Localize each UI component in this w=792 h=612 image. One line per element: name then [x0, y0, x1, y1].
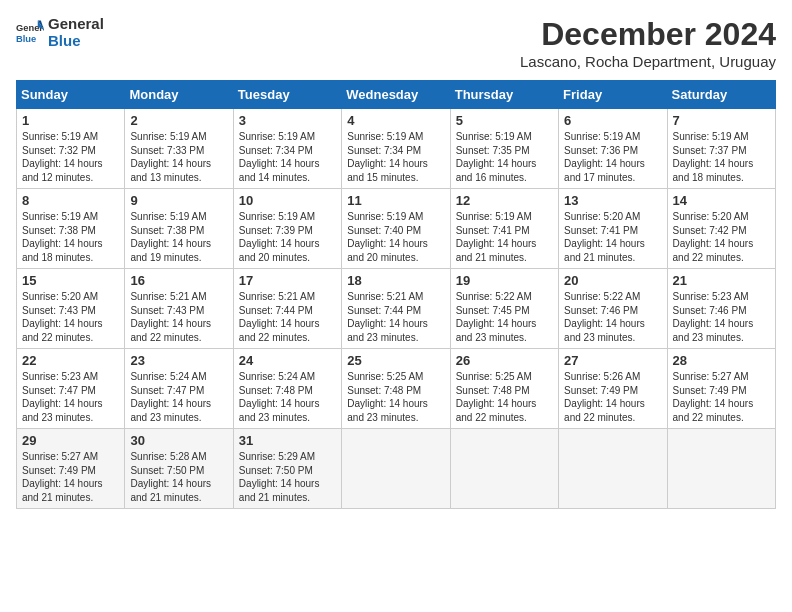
day-info: Sunrise: 5:28 AM Sunset: 7:50 PM Dayligh…: [130, 450, 227, 504]
calendar-cell: 25 Sunrise: 5:25 AM Sunset: 7:48 PM Dayl…: [342, 349, 450, 429]
day-info: Sunrise: 5:20 AM Sunset: 7:43 PM Dayligh…: [22, 290, 119, 344]
day-info: Sunrise: 5:20 AM Sunset: 7:42 PM Dayligh…: [673, 210, 770, 264]
day-number: 28: [673, 353, 770, 368]
day-info: Sunrise: 5:19 AM Sunset: 7:38 PM Dayligh…: [22, 210, 119, 264]
calendar-cell: [559, 429, 667, 509]
calendar-cell: 18 Sunrise: 5:21 AM Sunset: 7:44 PM Dayl…: [342, 269, 450, 349]
day-info: Sunrise: 5:19 AM Sunset: 7:41 PM Dayligh…: [456, 210, 553, 264]
calendar-cell: 29 Sunrise: 5:27 AM Sunset: 7:49 PM Dayl…: [17, 429, 125, 509]
calendar-header-row: SundayMondayTuesdayWednesdayThursdayFrid…: [17, 81, 776, 109]
day-number: 10: [239, 193, 336, 208]
day-number: 1: [22, 113, 119, 128]
day-number: 15: [22, 273, 119, 288]
calendar-week-row: 15 Sunrise: 5:20 AM Sunset: 7:43 PM Dayl…: [17, 269, 776, 349]
calendar-cell: 8 Sunrise: 5:19 AM Sunset: 7:38 PM Dayli…: [17, 189, 125, 269]
day-number: 2: [130, 113, 227, 128]
calendar-cell: 20 Sunrise: 5:22 AM Sunset: 7:46 PM Dayl…: [559, 269, 667, 349]
weekday-header: Wednesday: [342, 81, 450, 109]
calendar-cell: 22 Sunrise: 5:23 AM Sunset: 7:47 PM Dayl…: [17, 349, 125, 429]
calendar-cell: 16 Sunrise: 5:21 AM Sunset: 7:43 PM Dayl…: [125, 269, 233, 349]
day-number: 21: [673, 273, 770, 288]
day-info: Sunrise: 5:19 AM Sunset: 7:38 PM Dayligh…: [130, 210, 227, 264]
day-number: 29: [22, 433, 119, 448]
calendar-cell: 23 Sunrise: 5:24 AM Sunset: 7:47 PM Dayl…: [125, 349, 233, 429]
day-info: Sunrise: 5:20 AM Sunset: 7:41 PM Dayligh…: [564, 210, 661, 264]
calendar-cell: 6 Sunrise: 5:19 AM Sunset: 7:36 PM Dayli…: [559, 109, 667, 189]
calendar-cell: 11 Sunrise: 5:19 AM Sunset: 7:40 PM Dayl…: [342, 189, 450, 269]
day-number: 5: [456, 113, 553, 128]
calendar-cell: 28 Sunrise: 5:27 AM Sunset: 7:49 PM Dayl…: [667, 349, 775, 429]
weekday-header: Sunday: [17, 81, 125, 109]
day-number: 8: [22, 193, 119, 208]
day-number: 31: [239, 433, 336, 448]
logo-blue-text: Blue: [48, 33, 104, 50]
day-info: Sunrise: 5:23 AM Sunset: 7:46 PM Dayligh…: [673, 290, 770, 344]
day-number: 6: [564, 113, 661, 128]
day-number: 17: [239, 273, 336, 288]
day-info: Sunrise: 5:25 AM Sunset: 7:48 PM Dayligh…: [347, 370, 444, 424]
day-number: 11: [347, 193, 444, 208]
day-number: 9: [130, 193, 227, 208]
day-info: Sunrise: 5:19 AM Sunset: 7:34 PM Dayligh…: [347, 130, 444, 184]
day-number: 3: [239, 113, 336, 128]
calendar-cell: [450, 429, 558, 509]
calendar-cell: 5 Sunrise: 5:19 AM Sunset: 7:35 PM Dayli…: [450, 109, 558, 189]
location-title: Lascano, Rocha Department, Uruguay: [520, 53, 776, 70]
day-info: Sunrise: 5:21 AM Sunset: 7:44 PM Dayligh…: [239, 290, 336, 344]
calendar-week-row: 29 Sunrise: 5:27 AM Sunset: 7:49 PM Dayl…: [17, 429, 776, 509]
day-number: 4: [347, 113, 444, 128]
day-info: Sunrise: 5:24 AM Sunset: 7:48 PM Dayligh…: [239, 370, 336, 424]
title-area: December 2024 Lascano, Rocha Department,…: [520, 16, 776, 70]
weekday-header: Tuesday: [233, 81, 341, 109]
day-number: 18: [347, 273, 444, 288]
day-info: Sunrise: 5:29 AM Sunset: 7:50 PM Dayligh…: [239, 450, 336, 504]
weekday-header: Friday: [559, 81, 667, 109]
day-number: 25: [347, 353, 444, 368]
day-info: Sunrise: 5:21 AM Sunset: 7:44 PM Dayligh…: [347, 290, 444, 344]
logo: General Blue General Blue: [16, 16, 104, 49]
weekday-header: Saturday: [667, 81, 775, 109]
calendar-cell: 10 Sunrise: 5:19 AM Sunset: 7:39 PM Dayl…: [233, 189, 341, 269]
day-info: Sunrise: 5:22 AM Sunset: 7:45 PM Dayligh…: [456, 290, 553, 344]
calendar-week-row: 1 Sunrise: 5:19 AM Sunset: 7:32 PM Dayli…: [17, 109, 776, 189]
day-info: Sunrise: 5:23 AM Sunset: 7:47 PM Dayligh…: [22, 370, 119, 424]
weekday-header: Monday: [125, 81, 233, 109]
calendar-table: SundayMondayTuesdayWednesdayThursdayFrid…: [16, 80, 776, 509]
day-number: 27: [564, 353, 661, 368]
calendar-cell: [667, 429, 775, 509]
day-number: 26: [456, 353, 553, 368]
day-number: 19: [456, 273, 553, 288]
day-info: Sunrise: 5:19 AM Sunset: 7:32 PM Dayligh…: [22, 130, 119, 184]
calendar-cell: 27 Sunrise: 5:26 AM Sunset: 7:49 PM Dayl…: [559, 349, 667, 429]
month-title: December 2024: [520, 16, 776, 53]
day-info: Sunrise: 5:19 AM Sunset: 7:39 PM Dayligh…: [239, 210, 336, 264]
calendar-cell: 7 Sunrise: 5:19 AM Sunset: 7:37 PM Dayli…: [667, 109, 775, 189]
day-info: Sunrise: 5:27 AM Sunset: 7:49 PM Dayligh…: [22, 450, 119, 504]
day-info: Sunrise: 5:27 AM Sunset: 7:49 PM Dayligh…: [673, 370, 770, 424]
day-info: Sunrise: 5:19 AM Sunset: 7:34 PM Dayligh…: [239, 130, 336, 184]
calendar-cell: 17 Sunrise: 5:21 AM Sunset: 7:44 PM Dayl…: [233, 269, 341, 349]
calendar-week-row: 22 Sunrise: 5:23 AM Sunset: 7:47 PM Dayl…: [17, 349, 776, 429]
day-info: Sunrise: 5:22 AM Sunset: 7:46 PM Dayligh…: [564, 290, 661, 344]
svg-text:Blue: Blue: [16, 33, 36, 43]
calendar-cell: 31 Sunrise: 5:29 AM Sunset: 7:50 PM Dayl…: [233, 429, 341, 509]
logo-icon: General Blue: [16, 19, 44, 47]
calendar-cell: 12 Sunrise: 5:19 AM Sunset: 7:41 PM Dayl…: [450, 189, 558, 269]
day-number: 7: [673, 113, 770, 128]
day-number: 23: [130, 353, 227, 368]
calendar-cell: 21 Sunrise: 5:23 AM Sunset: 7:46 PM Dayl…: [667, 269, 775, 349]
day-number: 13: [564, 193, 661, 208]
calendar-week-row: 8 Sunrise: 5:19 AM Sunset: 7:38 PM Dayli…: [17, 189, 776, 269]
calendar-cell: 19 Sunrise: 5:22 AM Sunset: 7:45 PM Dayl…: [450, 269, 558, 349]
day-info: Sunrise: 5:19 AM Sunset: 7:35 PM Dayligh…: [456, 130, 553, 184]
calendar-cell: 9 Sunrise: 5:19 AM Sunset: 7:38 PM Dayli…: [125, 189, 233, 269]
logo-general-text: General: [48, 16, 104, 33]
calendar-cell: 30 Sunrise: 5:28 AM Sunset: 7:50 PM Dayl…: [125, 429, 233, 509]
header: General Blue General Blue December 2024 …: [16, 16, 776, 70]
day-info: Sunrise: 5:19 AM Sunset: 7:37 PM Dayligh…: [673, 130, 770, 184]
day-number: 20: [564, 273, 661, 288]
day-info: Sunrise: 5:24 AM Sunset: 7:47 PM Dayligh…: [130, 370, 227, 424]
calendar-cell: 13 Sunrise: 5:20 AM Sunset: 7:41 PM Dayl…: [559, 189, 667, 269]
calendar-cell: 14 Sunrise: 5:20 AM Sunset: 7:42 PM Dayl…: [667, 189, 775, 269]
day-info: Sunrise: 5:21 AM Sunset: 7:43 PM Dayligh…: [130, 290, 227, 344]
